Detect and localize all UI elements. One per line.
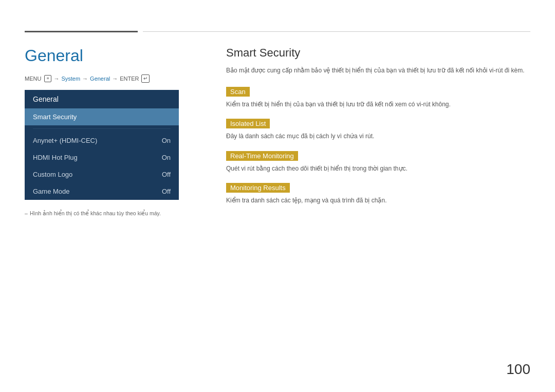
- nav-item-hdmi-hot-plug[interactable]: HDMI Hot PlugOn: [25, 149, 179, 166]
- arrow-1: →: [53, 76, 59, 82]
- feature-section-scan: ScanKiểm tra thiết bị hiển thị của bạn v…: [226, 87, 530, 109]
- feature-heading: Isolated List: [226, 119, 270, 128]
- menu-path: MENU ≡ → System → General → ENTER ↵: [25, 74, 179, 83]
- nav-items-container: Smart SecurityAnynet+ (HDMI-CEC)OnHDMI H…: [25, 108, 179, 200]
- general-label: General: [90, 76, 110, 82]
- nav-item-label: Custom Logo: [33, 171, 72, 178]
- features-container: ScanKiểm tra thiết bị hiển thị của bạn v…: [226, 87, 530, 206]
- nav-item-label: Game Mode: [33, 188, 70, 195]
- intro-text: Bảo mật được cung cấp nhằm bảo vệ thiết …: [226, 66, 530, 76]
- nav-item-game-mode[interactable]: Game ModeOff: [25, 183, 179, 200]
- enter-label: ENTER: [120, 76, 139, 82]
- top-line-light: [143, 31, 530, 32]
- menu-icon: ≡: [44, 75, 51, 82]
- nav-item-label: Smart Security: [33, 113, 77, 121]
- nav-item-value: On: [162, 154, 171, 161]
- menu-label: MENU: [25, 76, 41, 82]
- nav-item-custom-logo[interactable]: Custom LogoOff: [25, 166, 179, 183]
- arrow-3: →: [112, 76, 118, 82]
- right-panel: Smart Security Bảo mật được cung cấp nhằ…: [226, 46, 530, 215]
- top-decorative-lines: [0, 31, 555, 32]
- nav-item-label: Anynet+ (HDMI-CEC): [33, 137, 97, 144]
- nav-item-smart-security[interactable]: Smart Security: [25, 108, 179, 125]
- feature-heading: Real-Time Monitoring: [226, 151, 298, 161]
- nav-list: General Smart SecurityAnynet+ (HDMI-CEC)…: [25, 90, 179, 200]
- nav-item-anynet+-(hdmi-cec)[interactable]: Anynet+ (HDMI-CEC)On: [25, 132, 179, 149]
- top-line-dark: [25, 31, 138, 32]
- nav-item-value: On: [162, 137, 171, 144]
- nav-item-value: Off: [162, 188, 171, 195]
- feature-section-real-time-monitoring: Real-Time MonitoringQuét vi rút bằng các…: [226, 151, 530, 174]
- nav-item-value: Off: [162, 171, 171, 178]
- feature-description: Đây là danh sách các mục đã bị cách ly v…: [226, 132, 530, 141]
- smart-security-title: Smart Security: [226, 46, 530, 60]
- feature-heading: Scan: [226, 87, 250, 97]
- page-number: 100: [506, 361, 530, 378]
- system-label: System: [61, 76, 80, 82]
- nav-divider: [33, 128, 171, 129]
- nav-header: General: [25, 90, 179, 108]
- feature-description: Quét vi rút bằng cách theo dõi thiết bị …: [226, 164, 530, 174]
- page-title: General: [25, 46, 179, 65]
- feature-section-monitoring-results: Monitoring ResultsKiểm tra danh sách các…: [226, 183, 530, 206]
- arrow-2: →: [82, 76, 88, 82]
- enter-icon: ↵: [141, 74, 150, 83]
- feature-heading: Monitoring Results: [226, 183, 290, 193]
- feature-section-isolated-list: Isolated ListĐây là danh sách các mục đã…: [226, 119, 530, 141]
- left-panel: General MENU ≡ → System → General → ENTE…: [25, 46, 179, 216]
- nav-item-label: HDMI Hot Plug: [33, 154, 78, 161]
- footnote: Hình ảnh hiển thị có thể khác nhau tùy t…: [25, 210, 179, 216]
- feature-description: Kiểm tra danh sách các tệp, mạng và quá …: [226, 196, 530, 206]
- feature-description: Kiểm tra thiết bị hiển thị của bạn và th…: [226, 100, 530, 109]
